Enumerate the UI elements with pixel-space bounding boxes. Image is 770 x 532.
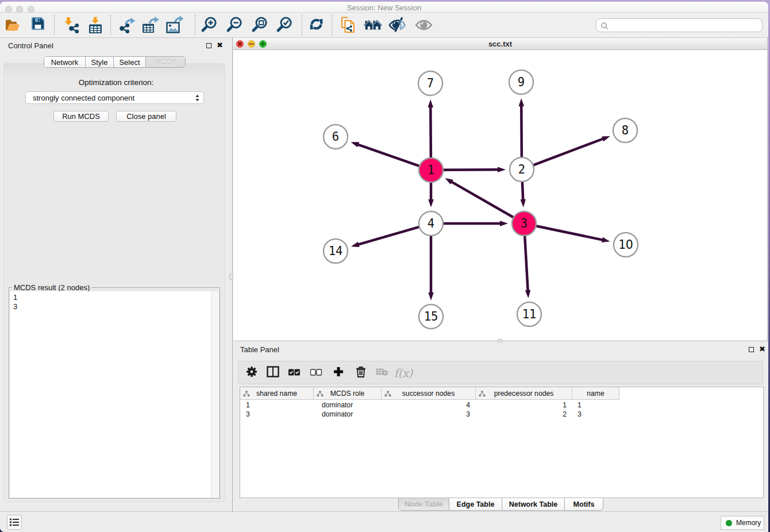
select-chevrons-icon — [195, 94, 200, 102]
delete-table-icon — [376, 367, 388, 376]
save-session-button[interactable] — [30, 16, 45, 34]
toolbar-separator — [302, 15, 302, 36]
table-function-button[interactable]: f(x) — [394, 367, 413, 379]
tab-network-table[interactable]: Network Table — [502, 498, 565, 510]
table-tabs: Node Table Edge Table Network Table Moti… — [233, 498, 768, 511]
graph-edge-3-11[interactable] — [525, 236, 528, 291]
graph-edge-3-1[interactable] — [452, 182, 514, 217]
task-history-button[interactable] — [7, 515, 22, 530]
table-deselect-all-button[interactable] — [310, 368, 322, 378]
import-network-icon — [62, 16, 80, 34]
graph-edge-1-6[interactable] — [358, 145, 419, 167]
tab-select[interactable]: Select — [114, 57, 146, 67]
open-folder-icon — [5, 16, 21, 33]
criterion-value: strongly connected component — [33, 94, 134, 102]
home-button[interactable] — [363, 16, 383, 34]
export-image-button[interactable] — [165, 16, 185, 34]
control-panel-tabs: Network Style Select MCDS — [44, 56, 186, 68]
tab-style[interactable]: Style — [86, 57, 114, 67]
hide-graphics-details-button[interactable] — [388, 16, 406, 34]
column-type-icon — [317, 391, 324, 397]
zoom-in-button[interactable] — [200, 16, 218, 34]
float-panel-icon[interactable] — [206, 43, 211, 48]
graph-node-label: 2 — [518, 163, 525, 176]
table-delete-button[interactable] — [356, 366, 366, 380]
tab-node-table[interactable]: Node Table — [399, 498, 449, 510]
column-header-shared-name[interactable]: shared name — [240, 387, 314, 400]
graph-edge-2-3[interactable] — [522, 182, 523, 200]
mcds-result-area[interactable]: 1 3 — [10, 291, 219, 498]
graph-edge-arrow — [500, 221, 508, 226]
run-mcds-button[interactable]: Run MCDS — [53, 111, 109, 122]
graph-edge-1-2[interactable] — [443, 169, 498, 170]
zoom-out-button[interactable] — [225, 16, 243, 34]
optimization-criterion-label: Optimization criterion: — [0, 78, 232, 87]
table-row[interactable]: 1 dominator 4 1 1 — [240, 400, 619, 410]
table-delete-table-button[interactable] — [376, 367, 388, 378]
column-type-icon — [384, 391, 391, 397]
cell-shared-name: 3 — [240, 410, 314, 419]
houses-icon — [363, 16, 383, 34]
cell-name: 1 — [572, 400, 619, 410]
import-table-button[interactable] — [87, 16, 104, 34]
table-add-button[interactable] — [333, 366, 344, 379]
open-file-button[interactable] — [5, 16, 21, 34]
tab-motifs[interactable]: Motifs — [565, 498, 603, 510]
export-network-button[interactable] — [118, 16, 137, 34]
divider-handle[interactable] — [229, 273, 233, 280]
export-table-button[interactable] — [141, 16, 161, 34]
zoom-selected-button[interactable] — [275, 16, 293, 34]
main-area: Control Panel ✖ Network Style Select MCD… — [0, 38, 768, 511]
toolbar-separator — [110, 15, 111, 36]
graph-edge-arrow — [428, 292, 434, 300]
column-header-label: predecessor nodes — [494, 390, 554, 398]
table-row[interactable]: 3 dominator 3 2 3 — [240, 410, 619, 419]
tab-network[interactable]: Network — [44, 57, 86, 67]
column-header-mcds-role[interactable]: MCDS role — [314, 387, 382, 400]
column-header-name[interactable]: name — [572, 387, 619, 400]
table-split-view-button[interactable] — [267, 366, 279, 380]
table-select-all-button[interactable] — [288, 368, 301, 378]
criterion-select[interactable]: strongly connected component — [25, 91, 204, 104]
cell-successor-nodes: 3 — [382, 410, 476, 419]
close-panel-icon[interactable]: ✖ — [217, 41, 223, 49]
graph-edge-1-7[interactable] — [430, 107, 431, 158]
graph-edge-3-10[interactable] — [536, 226, 603, 240]
graph-edge-arrow — [428, 99, 433, 107]
result-scrollbar[interactable] — [211, 291, 219, 498]
cell-name: 3 — [572, 410, 619, 419]
tab-edge-table[interactable]: Edge Table — [449, 498, 502, 510]
apply-layout-button[interactable] — [308, 16, 325, 34]
graph-edge-arrow — [498, 167, 506, 172]
mcds-result-text: 1 3 — [13, 293, 17, 311]
table-settings-button[interactable] — [246, 366, 257, 380]
graph-edge-2-9[interactable] — [521, 106, 522, 157]
column-header-predecessor-nodes[interactable]: predecessor nodes — [476, 387, 572, 400]
graph-edge-arrow — [602, 237, 610, 242]
graph-edge-arrow — [520, 199, 525, 207]
graph-edge-4-14[interactable] — [358, 227, 419, 245]
close-table-panel-icon[interactable]: ✖ — [759, 345, 765, 353]
show-graphics-details-button[interactable] — [415, 16, 433, 34]
search-box[interactable] — [596, 18, 763, 32]
graph-node-label: 15 — [424, 310, 438, 323]
memory-button[interactable]: Memory — [721, 516, 764, 530]
clone-network-button[interactable] — [340, 16, 357, 34]
import-network-button[interactable] — [62, 16, 80, 34]
network-window-titlebar[interactable]: scc.txt — [233, 38, 767, 50]
float-table-panel-icon[interactable] — [749, 347, 754, 352]
graph-edge-arrow — [525, 290, 530, 298]
column-header-label: successor nodes — [402, 390, 455, 398]
divider-handle-horizontal[interactable] — [498, 339, 503, 342]
cell-mcds-role: dominator — [314, 410, 382, 419]
network-canvas[interactable]: 7968124314101511 — [233, 50, 767, 340]
close-panel-button[interactable]: Close panel — [116, 111, 176, 122]
node-table: shared name MCDS role successor nodes pr… — [240, 387, 764, 498]
mcds-result-title: MCDS result (2 nodes) — [12, 283, 91, 292]
zoom-fit-button[interactable] — [251, 16, 268, 34]
search-input[interactable] — [610, 20, 757, 30]
tab-mcds[interactable]: MCDS — [146, 57, 185, 67]
column-header-successor-nodes[interactable]: successor nodes — [382, 387, 476, 400]
column-header-label: shared name — [256, 390, 297, 398]
graph-edge-2-8[interactable] — [533, 138, 603, 165]
